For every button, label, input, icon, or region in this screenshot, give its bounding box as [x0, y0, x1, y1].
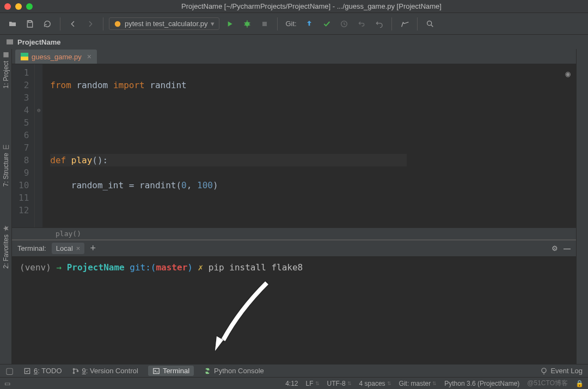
code-editor[interactable]: 123 456 789 101112 ⊖ from random import … [12, 64, 576, 227]
refresh-icon[interactable] [40, 17, 54, 31]
status-quicklist-icon[interactable]: ▭ [4, 380, 10, 387]
svg-rect-0 [28, 21, 31, 22]
file-tab-label: guess_game.py [32, 53, 82, 61]
save-icon[interactable] [23, 17, 37, 31]
terminal-header: Terminal: Local× + ⚙ — [12, 240, 576, 257]
minimize-window-icon[interactable] [15, 3, 22, 10]
window-titlebar: ProjectName [~/PycharmProjects/ProjectNa… [0, 0, 588, 13]
forward-icon[interactable] [83, 17, 97, 31]
tab-python-console[interactable]: Python Console [204, 367, 264, 375]
svg-point-1 [115, 21, 121, 27]
status-line-sep[interactable]: LF⇅ [306, 380, 320, 387]
close-window-icon[interactable] [4, 3, 11, 10]
status-caret-pos[interactable]: 4:12 [285, 380, 298, 387]
status-interpreter[interactable]: Python 3.6 (ProjectName) [444, 380, 519, 387]
editor-tabs: guess_game.py × [12, 49, 576, 64]
git-label: Git: [285, 20, 296, 28]
status-bar: ▭ 4:12 LF⇅ UTF-8⇅ 4 spaces⇅ Git: master⇅… [0, 377, 588, 389]
run-config-label: pytest in test_calculator.py [125, 20, 207, 28]
window-title: ProjectName [~/PycharmProjects/ProjectNa… [39, 2, 584, 10]
toggle-toolwindows-icon[interactable]: ▢ [5, 366, 14, 376]
main-toolbar: pytest in test_calculator.py ▾ Git: [0, 13, 588, 35]
svg-rect-6 [3, 52, 8, 57]
hide-terminal-icon[interactable]: — [564, 244, 571, 252]
svg-point-12 [77, 370, 78, 371]
open-icon[interactable] [5, 17, 20, 31]
tab-event-log[interactable]: Event Log [540, 367, 583, 375]
tool-favorites[interactable]: 2: Favorites [2, 225, 10, 269]
terminal-command: pip install flake8 [209, 262, 303, 273]
settings-icon[interactable] [397, 17, 412, 31]
stop-icon[interactable] [258, 17, 272, 31]
vcs-commit-icon[interactable] [320, 17, 334, 31]
navigation-bar[interactable]: ProjectName [0, 35, 588, 49]
debug-icon[interactable] [240, 17, 254, 31]
line-number-gutter: 123 456 789 101112 [12, 64, 35, 227]
undo-icon[interactable] [372, 17, 386, 31]
file-tab-guess-game[interactable]: guess_game.py × [15, 50, 97, 64]
vcs-revert-icon[interactable] [354, 17, 369, 31]
terminal-settings-icon[interactable]: ⚙ [552, 244, 558, 252]
left-tool-stripe: 1: Project 7: Structure 2: Favorites [0, 49, 12, 364]
close-terminal-tab-icon[interactable]: × [76, 244, 81, 252]
svg-point-2 [245, 22, 249, 26]
new-terminal-icon[interactable]: + [90, 243, 96, 254]
fold-gutter: ⊖ [35, 64, 42, 227]
code-content[interactable]: from random import randint def play(): r… [42, 64, 407, 227]
search-icon[interactable] [423, 17, 437, 31]
svg-rect-8 [21, 57, 28, 60]
watermark: @51CTO博客 [527, 379, 568, 388]
run-icon[interactable] [223, 17, 237, 31]
chevron-down-icon: ▾ [211, 20, 215, 28]
svg-rect-9 [24, 368, 29, 373]
right-tool-stripe [576, 49, 588, 364]
close-tab-icon[interactable]: × [87, 52, 91, 61]
status-encoding[interactable]: UTF-8⇅ [327, 380, 352, 387]
vcs-update-icon[interactable] [302, 17, 316, 31]
tab-terminal[interactable]: Terminal [148, 366, 194, 376]
status-lock-icon[interactable]: 🔒 [575, 380, 584, 387]
terminal-tool-window: Terminal: Local× + ⚙ — (venv) → ProjectN… [12, 239, 576, 364]
svg-point-10 [73, 368, 74, 369]
tab-version-control[interactable]: 9: Version Control [72, 367, 138, 375]
python-file-icon [21, 53, 28, 60]
tool-project[interactable]: 1: Project [2, 51, 10, 89]
tab-todo[interactable]: 6: TODO [23, 367, 62, 375]
status-git-branch[interactable]: Git: master⇅ [399, 380, 437, 387]
terminal-title: Terminal: [17, 244, 46, 252]
run-configuration-dropdown[interactable]: pytest in test_calculator.py ▾ [109, 17, 219, 30]
terminal-session-tab[interactable]: Local× [52, 243, 85, 254]
svg-point-14 [542, 368, 546, 372]
vcs-history-icon[interactable] [337, 17, 351, 31]
tool-structure[interactable]: 7: Structure [2, 143, 10, 187]
svg-rect-3 [262, 22, 267, 26]
breadcrumb-project: ProjectName [17, 38, 60, 46]
terminal-body[interactable]: (venv) → ProjectName git:(master) ✗ pip … [12, 257, 576, 364]
svg-point-5 [427, 21, 431, 25]
status-indent[interactable]: 4 spaces⇅ [359, 380, 391, 387]
back-icon[interactable] [66, 17, 80, 31]
bottom-tool-tabs: ▢ 6: TODO 9: Version Control Terminal Py… [0, 364, 588, 377]
traffic-lights [4, 3, 33, 10]
svg-point-11 [73, 372, 74, 373]
editor-breadcrumb[interactable]: play() [12, 227, 576, 239]
svg-rect-13 [154, 368, 160, 373]
inspections-eye-icon[interactable]: ◉ [565, 67, 571, 80]
zoom-window-icon[interactable] [26, 3, 33, 10]
